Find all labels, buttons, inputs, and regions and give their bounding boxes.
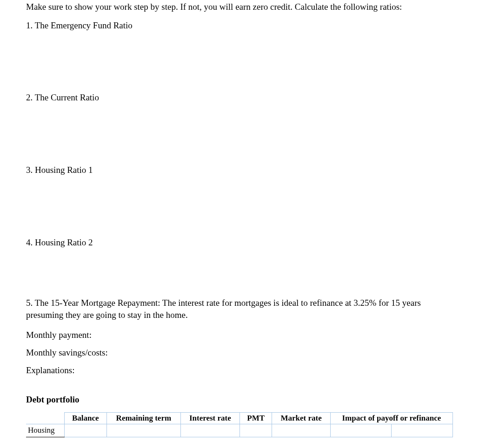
table-cell [272, 424, 330, 437]
question-4: 4. Housing Ratio 2 [26, 237, 453, 249]
monthly-savings-label: Monthly savings/costs: [26, 347, 453, 359]
table-cell [180, 424, 240, 437]
table-cell [64, 424, 106, 437]
monthly-payment-label: Monthly payment: [26, 329, 453, 341]
table-header-impact: Impact of payoff or refinance [330, 413, 452, 424]
table-header-interest-rate: Interest rate [180, 413, 240, 424]
question-5: 5. The 15-Year Mortgage Repayment: The i… [26, 297, 453, 321]
table-header-market-rate: Market rate [272, 413, 330, 424]
table-cell [330, 424, 392, 437]
question-1: 1. The Emergency Fund Ratio [26, 20, 453, 32]
question-2: 2. The Current Ratio [26, 92, 453, 104]
table-row: Housing [26, 424, 453, 437]
table-cell [106, 424, 180, 437]
table-header-empty [26, 413, 64, 424]
table-header-remaining-term: Remaining term [106, 413, 180, 424]
explanations-label: Explanations: [26, 364, 453, 376]
intro-text: Make sure to show your work step by step… [26, 1, 453, 13]
debt-portfolio-table: Balance Remaining term Interest rate PMT… [26, 412, 453, 437]
debt-portfolio-heading: Debt portfolio [26, 394, 453, 406]
question-3: 3. Housing Ratio 1 [26, 164, 453, 176]
table-row-label-housing: Housing [26, 424, 64, 437]
table-cell [240, 424, 272, 437]
table-header-pmt: PMT [240, 413, 272, 424]
table-header-row: Balance Remaining term Interest rate PMT… [26, 413, 453, 424]
table-cell [392, 424, 453, 437]
table-header-balance: Balance [64, 413, 106, 424]
